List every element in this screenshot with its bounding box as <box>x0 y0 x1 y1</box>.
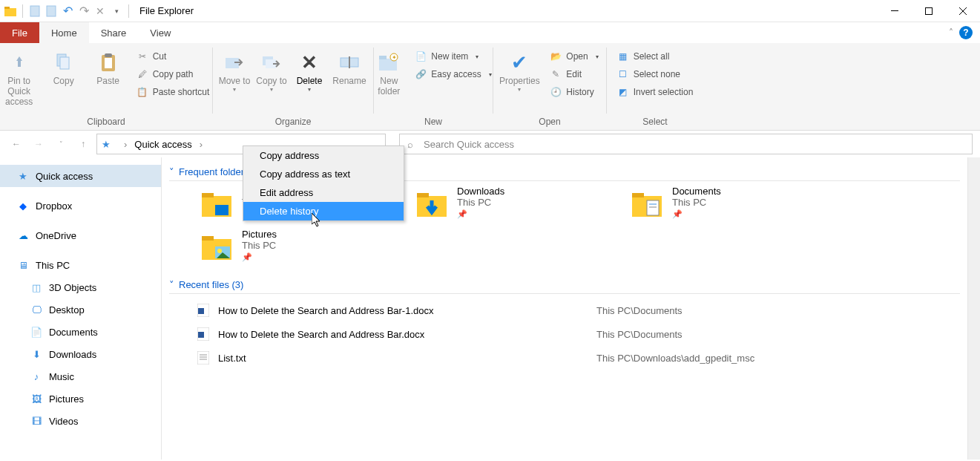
qat-undo-icon[interactable]: ↶ <box>60 4 75 19</box>
select-all-button[interactable]: ▦Select all <box>613 49 698 64</box>
svg-rect-38 <box>197 351 209 364</box>
sidebar-item-onedrive[interactable]: ☁OneDrive <box>0 224 161 246</box>
folder-downloads[interactable]: DownloadsThis PC📌 <box>414 186 622 221</box>
collapse-ribbon-icon[interactable]: ˄ <box>949 27 953 38</box>
folder-pictures[interactable]: PicturesThis PC📌 <box>199 229 407 264</box>
sidebar-item-quick-access[interactable]: ★Quick access <box>0 165 161 187</box>
delete-icon: ✕ <box>297 50 321 74</box>
folder-icon <box>414 186 450 221</box>
back-button[interactable]: ← <box>7 135 25 153</box>
desktop-icon: 🖵 <box>30 303 43 316</box>
cube-icon: ◫ <box>30 281 43 294</box>
ctx-edit-address[interactable]: Edit address <box>243 183 404 202</box>
ctx-copy-address[interactable]: Copy address <box>243 146 404 165</box>
folder-icon <box>629 186 665 221</box>
qat-redo-icon[interactable]: ↷ <box>76 4 91 19</box>
forward-button[interactable]: → <box>30 135 47 153</box>
copy-icon <box>52 50 76 74</box>
file-item[interactable]: How to Delete the Search and Address Bar… <box>196 322 960 346</box>
qat-new-icon[interactable] <box>27 4 42 19</box>
recent-files-header[interactable]: ˅ Recent files (3) <box>169 279 960 294</box>
new-folder-button[interactable]: ✦New folder <box>370 46 407 97</box>
qat-properties-icon[interactable] <box>44 4 59 19</box>
svg-rect-9 <box>105 58 112 68</box>
sidebar-item-this-pc[interactable]: 🖥This PC <box>0 254 161 276</box>
scrollbar[interactable] <box>967 157 980 460</box>
svg-rect-35 <box>198 308 204 314</box>
sidebar-item-videos[interactable]: 🎞Videos <box>0 410 161 432</box>
svg-rect-31 <box>202 236 214 241</box>
history-button[interactable]: 🕘History <box>545 85 602 99</box>
svg-rect-2 <box>30 6 39 16</box>
folder-documents[interactable]: DocumentsThis PC📌 <box>629 186 837 221</box>
ctx-delete-history[interactable]: Delete history <box>243 202 404 220</box>
delete-button[interactable]: ✕Delete▾ <box>292 46 327 93</box>
sidebar-item-desktop[interactable]: 🖵Desktop <box>0 298 161 321</box>
file-item[interactable]: List.txt This PC\Downloads\add_gpedit_ms… <box>196 346 960 370</box>
folder-icon <box>199 186 234 221</box>
svg-rect-24 <box>417 193 429 197</box>
open-button[interactable]: 📂Open▾ <box>545 49 602 64</box>
folder-icon <box>199 229 234 264</box>
sidebar-item-music[interactable]: ♪Music <box>0 365 161 388</box>
help-icon[interactable]: ? <box>959 26 973 39</box>
chevron-right-icon[interactable]: › <box>124 139 127 150</box>
sidebar-item-dropbox[interactable]: ◆Dropbox <box>0 194 161 217</box>
move-to-button[interactable]: Move to▾ <box>217 46 251 93</box>
navigation-pane: ★Quick access ◆Dropbox ☁OneDrive 🖥This P… <box>0 157 162 460</box>
easy-access-button[interactable]: 🔗Easy access▾ <box>410 67 496 82</box>
pin-icon: 📌 <box>242 252 277 262</box>
open-group-label: Open <box>498 115 602 130</box>
rename-button[interactable]: Rename <box>330 46 369 86</box>
invert-selection-button[interactable]: ◩Invert selection <box>613 85 698 99</box>
copy-button[interactable]: Copy <box>43 46 85 86</box>
edit-button[interactable]: ✎Edit <box>545 67 602 82</box>
paste-button[interactable]: Paste <box>88 46 129 86</box>
select-none-button[interactable]: ☐Select none <box>613 67 698 82</box>
svg-rect-26 <box>632 193 644 197</box>
window-title: File Explorer <box>139 5 194 16</box>
ribbon: Pin to Quick access Copy Paste ✂Cut 🖉Cop… <box>0 43 980 131</box>
breadcrumb-current[interactable]: Quick access <box>134 139 191 150</box>
docx-icon <box>196 327 211 341</box>
cursor-icon <box>312 213 322 228</box>
search-input[interactable]: ⌕ Search Quick access <box>399 134 973 154</box>
sidebar-item-3d-objects[interactable]: ◫3D Objects <box>0 276 161 298</box>
ribbon-tabs: File Home Share View ˄ ? <box>0 22 980 43</box>
ctx-copy-address-text[interactable]: Copy address as text <box>243 165 404 183</box>
pin-icon <box>7 50 31 74</box>
select-group-label: Select <box>611 115 699 130</box>
new-item-button[interactable]: 📄New item▾ <box>410 49 496 64</box>
minimize-button[interactable] <box>878 0 912 22</box>
recent-dropdown-icon[interactable]: ˅ <box>52 135 70 153</box>
copy-path-button[interactable]: 🖉Copy path <box>132 67 214 82</box>
pin-quick-access-button[interactable]: Pin to Quick access <box>0 46 40 107</box>
paste-shortcut-button[interactable]: 📋Paste shortcut <box>132 85 214 99</box>
close-button[interactable] <box>946 0 980 22</box>
file-item[interactable]: How to Delete the Search and Address Bar… <box>196 298 960 322</box>
sidebar-item-pictures[interactable]: 🖼Pictures <box>0 388 161 410</box>
sidebar-item-documents[interactable]: 📄Documents <box>0 321 161 343</box>
copy-to-button[interactable]: Copy to▾ <box>254 46 289 93</box>
quick-access-star-icon: ★ <box>102 139 111 150</box>
qat-delete-icon[interactable]: ✕ <box>93 4 108 19</box>
qat-dropdown-icon[interactable]: ▾ <box>109 4 124 19</box>
svg-rect-7 <box>60 57 69 69</box>
maximize-button[interactable] <box>912 0 946 22</box>
properties-button[interactable]: ✔Properties▾ <box>496 46 542 93</box>
history-icon: 🕘 <box>550 86 562 98</box>
music-icon: ♪ <box>30 370 43 383</box>
cut-button[interactable]: ✂Cut <box>132 49 214 64</box>
organize-group-label: Organize <box>217 115 369 130</box>
chevron-right-icon[interactable]: › <box>200 139 203 150</box>
tab-file[interactable]: File <box>0 22 39 43</box>
open-icon: 📂 <box>550 50 562 62</box>
invert-selection-icon: ◩ <box>617 86 629 98</box>
tab-share[interactable]: Share <box>89 22 139 43</box>
tab-home[interactable]: Home <box>39 22 89 43</box>
tab-view[interactable]: View <box>138 22 182 43</box>
svg-rect-0 <box>4 8 16 16</box>
sidebar-item-downloads[interactable]: ⬇Downloads <box>0 343 161 365</box>
pictures-icon: 🖼 <box>30 392 43 405</box>
up-button[interactable]: ↑ <box>74 135 92 153</box>
